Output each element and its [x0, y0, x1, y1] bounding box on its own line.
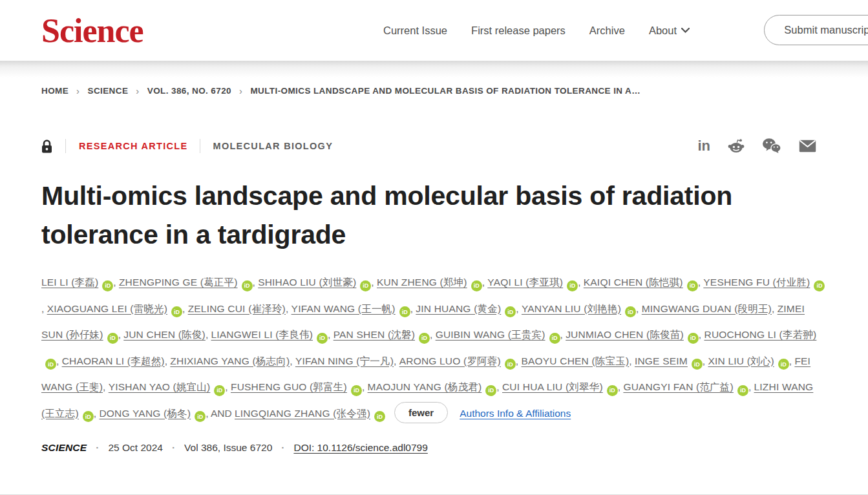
author-link[interactable]: ZHENGPING GE (葛正平) [119, 277, 238, 288]
authors-info-affiliations-link[interactable]: Authors Info & Affiliations [460, 408, 571, 419]
author-link[interactable]: JUNMIAO CHEN (陈俊苗) [566, 329, 684, 340]
breadcrumb-separator: › [136, 85, 139, 96]
orcid-icon[interactable]: iD [374, 411, 385, 422]
dot-separator: · [96, 442, 99, 454]
orcid-icon[interactable]: iD [471, 280, 482, 291]
breadcrumb: HOME›SCIENCE›VOL. 386, NO. 6720›MULTI-OM… [41, 85, 827, 96]
author-link[interactable]: YISHAN YAO (姚宜山) [109, 381, 211, 392]
main-nav: Current IssueFirst release papersArchive… [383, 0, 690, 61]
author-link[interactable]: LINGQIANG ZHANG (张令强) [235, 408, 370, 419]
email-icon[interactable] [799, 140, 816, 153]
author-link[interactable]: JUN CHEN (陈俊) [123, 329, 206, 340]
author-link[interactable]: KAIQI CHEN (陈恺骐) [584, 277, 683, 288]
author-link[interactable]: GUIBIN WANG (王贵宾) [436, 329, 545, 340]
reddit-icon[interactable] [728, 138, 745, 154]
author-link[interactable]: ZHIXIANG YANG (杨志向) [170, 355, 290, 366]
author-link[interactable]: YIFAN NING (宁一凡) [295, 355, 394, 366]
dot-separator: · [281, 442, 284, 454]
orcid-icon[interactable]: iD [567, 280, 578, 291]
submit-manuscript-button[interactable]: Submit manuscript [764, 15, 868, 45]
author-link[interactable]: PAN SHEN (沈磐) [333, 329, 415, 340]
article-category-label: MOLECULAR BIOLOGY [213, 141, 333, 151]
and-label: AND [211, 408, 235, 419]
orcid-icon[interactable]: iD [214, 385, 225, 396]
article-title: Multi-omics landscape and molecular basi… [41, 176, 823, 254]
share-toolbar: in [697, 138, 816, 154]
author-link[interactable]: INGE SEIM [635, 355, 688, 366]
page: Science Current IssueFirst release paper… [0, 0, 868, 495]
journal-name: SCIENCE [41, 442, 87, 454]
orcid-icon[interactable]: iD [814, 280, 825, 291]
author-link[interactable]: BAOYU CHEN (陈宝玉) [521, 355, 629, 366]
author-link[interactable]: GUANGYI FAN (范广益) [623, 381, 733, 392]
orcid-icon[interactable]: iD [399, 306, 410, 317]
author-link[interactable]: XIAOGUANG LEI (雷晓光) [47, 303, 167, 314]
orcid-icon[interactable]: iD [317, 333, 328, 344]
orcid-icon[interactable]: iD [778, 359, 789, 370]
author-link[interactable]: KUN ZHENG (郑坤) [377, 277, 467, 288]
author-link[interactable]: ZELING CUI (崔泽玲) [188, 303, 286, 314]
orcid-icon[interactable]: iD [171, 306, 182, 317]
orcid-icon[interactable]: iD [360, 280, 371, 291]
nav-item-current-issue[interactable]: Current Issue [383, 25, 447, 37]
article-type-label[interactable]: RESEARCH ARTICLE [79, 141, 188, 151]
dot-separator: · [172, 442, 175, 454]
orcid-icon[interactable]: iD [242, 280, 253, 291]
author-link[interactable]: SHIHAO LIU (刘世豪) [258, 277, 356, 288]
breadcrumb-link[interactable]: SCIENCE [88, 86, 129, 96]
author-link[interactable]: FUSHENG GUO (郭富生) [231, 381, 347, 392]
orcid-icon[interactable]: iD [607, 385, 618, 396]
linkedin-icon[interactable]: in [697, 139, 710, 153]
author-link[interactable]: RUOCHONG LI (李若翀) [704, 329, 816, 340]
author-link[interactable]: LEI LI (李磊) [41, 277, 98, 288]
author-list: LEI LI (李磊)iD, ZHENGPING GE (葛正平)iD, SHI… [41, 269, 827, 427]
orcid-icon[interactable]: iD [687, 280, 698, 291]
author-link[interactable]: XIN LIU (刘心) [708, 355, 774, 366]
orcid-icon[interactable]: iD [549, 333, 560, 344]
orcid-icon[interactable]: iD [505, 359, 516, 370]
breadcrumb-current: MULTI-OMICS LANDSCAPE AND MOLECULAR BASI… [250, 86, 640, 96]
breadcrumb-link[interactable]: VOL. 386, NO. 6720 [147, 86, 231, 96]
author-link[interactable]: YANYAN LIU (刘艳艳) [522, 303, 621, 314]
author-link[interactable]: LIANGWEI LI (李良伟) [211, 329, 313, 340]
author-link[interactable]: YESHENG FU (付业胜) [703, 277, 810, 288]
orcid-icon[interactable]: iD [688, 333, 699, 344]
header-shadow [0, 61, 868, 78]
orcid-icon[interactable]: iD [102, 280, 113, 291]
orcid-icon[interactable]: iD [485, 385, 496, 396]
orcid-icon[interactable]: iD [625, 306, 636, 317]
separator [200, 139, 200, 153]
science-logo[interactable]: Science [41, 12, 143, 50]
issue-info: Vol 386, Issue 6720 [184, 442, 272, 454]
orcid-icon[interactable]: iD [737, 385, 748, 396]
author-link[interactable]: CUI HUA LIU (刘翠华) [502, 381, 603, 392]
author-link[interactable]: CHAORAN LI (李超然) [62, 355, 165, 366]
orcid-icon[interactable]: iD [351, 385, 362, 396]
orcid-icon[interactable]: iD [195, 411, 206, 422]
author-link[interactable]: YAQI LI (李亚琪) [487, 277, 563, 288]
breadcrumb-separator: › [239, 85, 242, 96]
orcid-icon[interactable]: iD [692, 359, 703, 370]
orcid-icon[interactable]: iD [45, 359, 56, 370]
wechat-icon[interactable] [762, 138, 781, 154]
breadcrumb-separator: › [76, 85, 79, 96]
separator [65, 139, 66, 153]
nav-item-about[interactable]: About [649, 25, 690, 37]
nav-item-first-release-papers[interactable]: First release papers [471, 25, 566, 37]
orcid-icon[interactable]: iD [505, 306, 516, 317]
author-link[interactable]: DONG YANG (杨冬) [99, 408, 191, 419]
author-link[interactable]: JIN HUANG (黄金) [416, 303, 501, 314]
doi-link[interactable]: DOI: 10.1126/science.adl0799 [293, 442, 427, 454]
author-link[interactable]: MINGWANG DUAN (段明王) [642, 303, 772, 314]
orcid-icon[interactable]: iD [419, 333, 430, 344]
nav-item-archive[interactable]: Archive [589, 25, 625, 37]
author-link[interactable]: YIFAN WANG (王一帆) [291, 303, 396, 314]
orcid-icon[interactable]: iD [83, 411, 94, 422]
chevron-down-icon [681, 28, 690, 33]
breadcrumb-link[interactable]: HOME [41, 86, 69, 96]
author-link[interactable]: MAOJUN YANG (杨茂君) [368, 381, 482, 392]
orcid-icon[interactable]: iD [107, 333, 118, 344]
publication-meta: SCIENCE · 25 Oct 2024 · Vol 386, Issue 6… [41, 442, 827, 454]
author-link[interactable]: ARONG LUO (罗阿蓉) [399, 355, 501, 366]
fewer-button[interactable]: fewer [394, 402, 448, 423]
